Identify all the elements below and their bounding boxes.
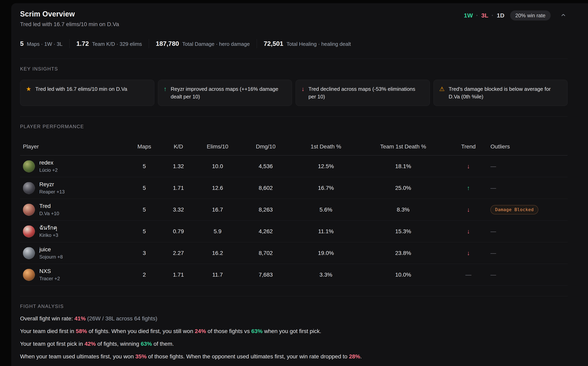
text-segment: of those fights. When the opponent used … — [147, 353, 349, 359]
elims10-cell: 10.0 — [195, 163, 240, 169]
column-header-elims10: Elims/10 — [195, 144, 240, 150]
text-segment — [86, 315, 87, 322]
player-performance-table: Player Maps K/D Elims/10 Dmg/10 1st Deat… — [20, 139, 567, 286]
dmg10-cell: 8,602 — [240, 185, 292, 191]
stat-total-healing: 72,501 Total Healing · healing dealt — [264, 40, 351, 47]
dmg10-cell: 8,702 — [240, 250, 292, 256]
stat-team-kd: 1.72 Team K/D · 329 elims — [76, 40, 142, 47]
header-titles: Scrim Overview Tred led with 16.7 elims/… — [20, 10, 119, 28]
stat-highlight: 28% — [349, 353, 360, 359]
player-heroes: Kiriko +3 — [39, 232, 58, 238]
table-row[interactable]: redex Lúcio +2 5 1.32 10.0 4,536 12.5% 1… — [20, 155, 567, 177]
key-insights-cards: ★ Tred led with 16.7 elims/10 min on D.V… — [20, 80, 567, 106]
team-first-death-cell: 8.3% — [360, 206, 446, 213]
column-header-team-first-death: Team 1st Death % — [360, 144, 446, 150]
elims10-cell: 5.9 — [195, 228, 240, 235]
first-death-cell: 5.6% — [292, 206, 360, 213]
text-segment: (26W / 38L across 64 fights) — [87, 315, 157, 322]
arrow-down-icon: ↓ — [301, 85, 304, 93]
text-segment: of fights. When you died first, you stil… — [87, 328, 195, 334]
text-segment: when you got first pick. — [263, 328, 321, 334]
player-cell: Reyzr Reaper +13 — [23, 181, 127, 195]
player-name: redex — [39, 160, 58, 166]
maps-cell: 5 — [127, 206, 161, 213]
table-row[interactable]: ฉันรักคุ Kiriko +3 5 0.79 5.9 4,262 11.1… — [20, 221, 567, 242]
arrow-up-icon: ↑ — [164, 85, 167, 93]
outliers-cell: — — [491, 272, 567, 278]
dmg10-cell: 4,262 — [240, 228, 292, 235]
stat-highlight: 63% — [141, 341, 152, 347]
dmg10-cell: 7,683 — [240, 272, 292, 278]
player-cell: juice Sojourn +8 — [23, 246, 127, 260]
kd-cell: 1.32 — [161, 163, 195, 169]
insight-text: Tred led with 16.7 elims/10 min on D.Va — [35, 85, 127, 93]
elims10-cell: 16.2 — [195, 250, 240, 256]
fight-analysis-line: Overall fight win rate: 41% (26W / 38L a… — [20, 316, 567, 322]
stat-value: 5 — [20, 40, 24, 47]
first-death-cell: 16.7% — [292, 185, 360, 191]
stat-label: Total Healing · healing dealt — [287, 41, 351, 47]
text-segment: . — [360, 353, 362, 359]
page-title: Scrim Overview — [20, 10, 119, 18]
text-segment: of those fights vs — [206, 328, 251, 334]
player-cell: ฉันรักคุ Kiriko +3 — [23, 225, 127, 238]
player-name: Tred — [39, 203, 59, 209]
stat-divider — [69, 39, 70, 48]
stat-value: 187,780 — [156, 40, 179, 47]
column-header-trend: Trend — [446, 144, 491, 150]
player-heroes: Sojourn +8 — [39, 254, 63, 260]
outliers-cell: — — [491, 163, 567, 169]
elims10-cell: 16.7 — [195, 206, 240, 213]
stat-highlight: 63% — [251, 328, 263, 334]
first-death-cell: 11.1% — [292, 228, 360, 235]
outlier-badge: Damage Blocked — [491, 205, 538, 214]
kd-cell: 0.79 — [161, 228, 195, 235]
column-header-player: Player — [23, 144, 127, 150]
outliers-cell: — — [491, 250, 567, 256]
text-segment: of them. — [152, 341, 174, 347]
player-avatar — [23, 160, 35, 172]
warning-icon: ⚠ — [439, 85, 445, 93]
player-heroes: Lúcio +2 — [39, 167, 58, 173]
table-row[interactable]: Reyzr Reaper +13 5 1.71 12.6 8,602 16.7%… — [20, 177, 567, 199]
maps-cell: 5 — [127, 228, 161, 235]
trend-down-icon: ↓ — [446, 228, 491, 235]
dmg10-cell: 4,536 — [240, 163, 292, 169]
record-separator: · — [492, 12, 493, 19]
text-segment: Overall fight win rate: — [20, 315, 74, 322]
record-wins: 1W — [464, 12, 473, 19]
table-row[interactable]: juice Sojourn +8 3 2.27 16.2 8,702 19.0%… — [20, 242, 567, 264]
outliers-cell: — — [491, 185, 567, 191]
column-header-kd: K/D — [161, 144, 195, 150]
player-avatar — [23, 247, 35, 259]
player-cell: redex Lúcio +2 — [23, 160, 127, 173]
record-separator: · — [476, 12, 478, 19]
stat-value: 72,501 — [264, 40, 283, 47]
kd-cell: 3.32 — [161, 206, 195, 213]
player-cell: NXS Tracer +2 — [23, 268, 127, 282]
stat-divider — [149, 39, 149, 48]
table-row[interactable]: NXS Tracer +2 2 1.71 11.7 7,683 3.3% 10.… — [20, 264, 567, 286]
player-name: ฉันรักคุ — [39, 225, 58, 231]
maps-cell: 3 — [127, 250, 161, 256]
page-subtitle: Tred led with 16.7 elims/10 min on D.Va — [20, 21, 119, 28]
player-heroes: Tracer +2 — [39, 276, 60, 282]
team-first-death-cell: 18.1% — [360, 163, 446, 169]
table-row[interactable]: Tred D.Va +10 5 3.32 16.7 8,263 5.6% 8.3… — [20, 199, 567, 221]
team-first-death-cell: 23.8% — [360, 250, 446, 256]
elims10-cell: 11.7 — [195, 272, 240, 278]
player-avatar — [23, 204, 35, 216]
fight-analysis-heading: FIGHT ANALYSIS — [20, 304, 567, 309]
panel-header: Scrim Overview Tred led with 16.7 elims/… — [20, 10, 567, 28]
star-icon: ★ — [26, 85, 31, 93]
collapse-button[interactable] — [559, 11, 567, 20]
player-name: juice — [39, 246, 63, 253]
summary-stats-row: 5 Maps · 1W · 3L 1.72 Team K/D · 329 eli… — [20, 39, 567, 48]
dmg10-cell: 8,263 — [240, 206, 292, 213]
text-segment: of fights, winning — [96, 341, 141, 347]
stat-highlight: 42% — [84, 341, 96, 347]
scrim-overview-panel: Scrim Overview Tred led with 16.7 elims/… — [11, 3, 588, 366]
key-insights-heading: KEY INSIGHTS — [20, 66, 567, 72]
chevron-up-icon — [560, 12, 566, 19]
insight-text: Reyzr improved across maps (++16% damage… — [171, 85, 286, 100]
